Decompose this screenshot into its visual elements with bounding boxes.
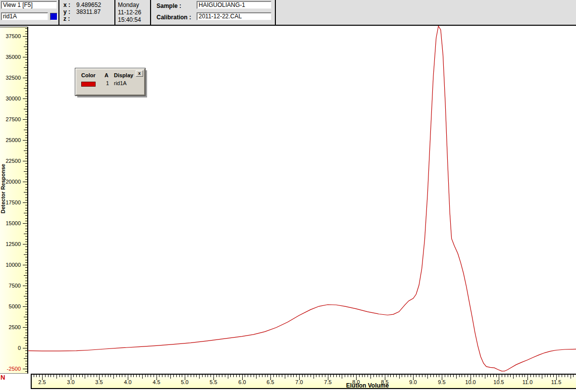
y-minor-tick — [25, 304, 27, 304]
x-minor-tick — [436, 375, 437, 377]
x-minor-tick — [453, 375, 454, 377]
x-minor-tick — [353, 375, 354, 377]
signal-color-swatch[interactable] — [50, 13, 57, 20]
y-minor-tick — [24, 338, 27, 338]
y-minor-tick — [25, 148, 27, 148]
y-minor-tick — [25, 364, 27, 364]
y-minor-tick — [25, 122, 27, 122]
y-minor-tick — [25, 127, 27, 128]
y-minor-tick — [25, 356, 27, 356]
x-minor-tick — [48, 375, 49, 377]
y-minor-tick — [25, 111, 27, 112]
x-minor-tick — [325, 375, 325, 377]
x-minor-tick — [562, 375, 562, 377]
x-minor-tick — [345, 375, 345, 377]
x-minor-tick — [105, 375, 105, 377]
y-minor-tick — [25, 135, 27, 136]
x-minor-tick — [513, 375, 514, 379]
x-minor-tick — [565, 375, 565, 377]
y-minor-tick — [25, 314, 27, 315]
x-minor-tick — [173, 375, 174, 377]
x-tick-label: 3.5 — [95, 379, 103, 385]
x-axis-ruler[interactable]: Elution Volume 2.53.03.54.04.55.05.56.06… — [31, 374, 576, 389]
y-major-tick — [23, 119, 27, 120]
x-minor-tick — [125, 375, 125, 377]
x-minor-tick — [205, 375, 206, 377]
y-minor-tick — [25, 242, 27, 242]
x-minor-tick — [305, 375, 305, 377]
legend-header-display: Display — [114, 72, 133, 78]
y-minor-tick — [25, 91, 27, 91]
y-minor-tick — [25, 125, 27, 125]
x-minor-tick — [267, 375, 268, 377]
toolbar-spacer — [276, 0, 576, 25]
legend-window[interactable]: x Color A Display 1 rid1A — [75, 68, 145, 96]
y-minor-tick — [24, 109, 27, 109]
x-minor-tick — [365, 375, 365, 377]
x-minor-tick — [402, 375, 402, 377]
y-minor-tick — [25, 106, 27, 107]
x-minor-tick — [216, 375, 217, 377]
x-minor-tick — [302, 375, 303, 377]
x-minor-tick — [330, 375, 331, 377]
x-minor-tick — [236, 375, 237, 377]
y-minor-tick — [25, 221, 27, 221]
x-tick-label: 3.0 — [67, 379, 74, 385]
y-tick-label: 7500 — [1, 283, 21, 289]
y-minor-tick — [25, 114, 27, 115]
x-minor-tick — [473, 375, 474, 377]
x-minor-tick — [248, 375, 248, 377]
y-axis-ruler[interactable]: Detector Response -250002500500075001000… — [0, 27, 28, 374]
x-minor-tick — [225, 375, 225, 377]
x-minor-tick — [222, 375, 222, 377]
y-minor-tick — [24, 192, 27, 193]
y-tick-label: 17500 — [1, 199, 21, 205]
y-major-tick — [23, 36, 27, 37]
x-minor-tick — [456, 375, 457, 379]
y-minor-tick — [25, 80, 27, 81]
y-minor-tick — [25, 190, 27, 190]
close-icon[interactable]: x — [136, 70, 143, 77]
y-minor-tick — [25, 200, 27, 200]
signal-name-input[interactable] — [1, 12, 48, 20]
x-minor-tick — [542, 375, 542, 379]
x-minor-tick — [259, 375, 260, 377]
y-minor-tick — [25, 325, 27, 325]
series-name: rid1A — [114, 80, 127, 86]
y-axis-title: Detector Response — [0, 164, 6, 213]
sample-input[interactable] — [197, 1, 271, 9]
x-minor-tick — [208, 375, 208, 377]
calibration-input[interactable] — [197, 12, 271, 20]
x-minor-tick — [482, 375, 482, 377]
y-tick-label: 30000 — [1, 96, 21, 101]
y-minor-tick — [24, 234, 27, 234]
x-minor-tick — [408, 375, 408, 377]
x-minor-tick — [559, 375, 559, 377]
x-minor-tick — [493, 375, 494, 377]
x-minor-tick — [202, 375, 203, 377]
x-minor-tick — [490, 375, 491, 377]
x-minor-tick — [519, 375, 520, 377]
x-minor-tick — [311, 375, 311, 377]
x-minor-tick — [553, 375, 554, 377]
y-minor-tick — [25, 260, 27, 260]
x-minor-tick — [68, 375, 68, 377]
y-major-tick — [23, 369, 27, 369]
y-minor-tick — [25, 166, 27, 167]
x-minor-tick — [462, 375, 462, 377]
x-minor-tick — [468, 375, 468, 377]
y-minor-tick — [25, 195, 27, 195]
x-minor-tick — [459, 375, 460, 377]
y-minor-tick — [25, 59, 27, 60]
x-minor-tick — [333, 375, 334, 377]
x-minor-tick — [45, 375, 46, 377]
x-minor-tick — [59, 375, 60, 377]
x-minor-tick — [508, 375, 508, 377]
y-major-tick — [23, 327, 27, 328]
x-minor-tick — [142, 375, 143, 379]
x-minor-tick — [62, 375, 62, 377]
view-selector-input[interactable] — [1, 1, 57, 9]
y-major-tick — [23, 265, 27, 265]
x-minor-tick — [351, 375, 351, 377]
x-minor-tick — [336, 375, 337, 377]
